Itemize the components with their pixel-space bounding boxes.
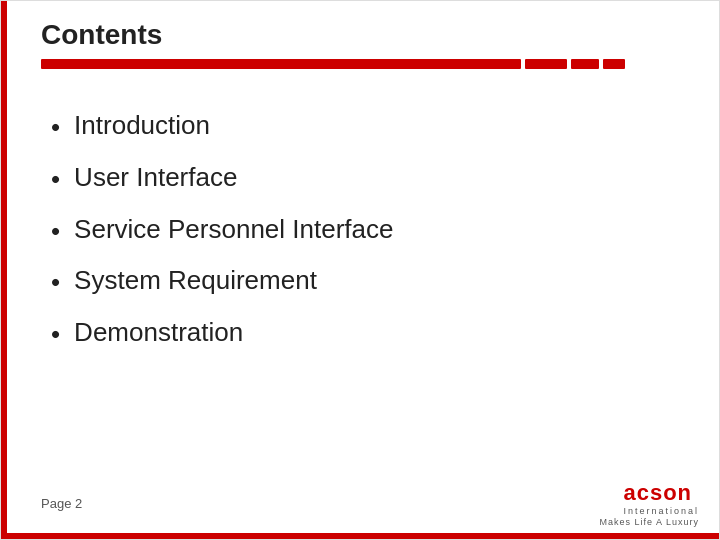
bullet-dot: • (51, 111, 60, 145)
bullet-text: Demonstration (74, 316, 679, 350)
brand-logo: acson International (623, 480, 699, 516)
bullet-text: Service Personnel Interface (74, 213, 679, 247)
list-item: • User Interface (51, 153, 679, 205)
slide-content: • Introduction • User Interface • Servic… (1, 69, 719, 380)
bullet-text: User Interface (74, 161, 679, 195)
bar-long (41, 59, 521, 69)
slide-header: Contents (1, 1, 719, 69)
logo-sub: International (623, 506, 699, 516)
logo-tagline: Makes Life A Luxury (599, 517, 699, 527)
slide-footer: Page 2 acson International Makes Life A … (41, 480, 699, 527)
bullet-dot: • (51, 318, 60, 352)
bullet-list: • Introduction • User Interface • Servic… (51, 101, 679, 360)
list-item: • Demonstration (51, 308, 679, 360)
page-title: Contents (41, 19, 689, 51)
list-item: • Introduction (51, 101, 679, 153)
logo-area: acson International Makes Life A Luxury (599, 480, 699, 527)
bullet-text: Introduction (74, 109, 679, 143)
header-bar (41, 59, 689, 69)
bullet-dot: • (51, 266, 60, 300)
bar-sq1 (525, 59, 567, 69)
slide: Contents • Introduction • User Interface… (0, 0, 720, 540)
list-item: • System Requirement (51, 256, 679, 308)
page-number: Page 2 (41, 496, 82, 511)
bar-sq2 (571, 59, 599, 69)
bar-sq3 (603, 59, 625, 69)
bullet-dot: • (51, 163, 60, 197)
bullet-text: System Requirement (74, 264, 679, 298)
bullet-dot: • (51, 215, 60, 249)
list-item: • Service Personnel Interface (51, 205, 679, 257)
